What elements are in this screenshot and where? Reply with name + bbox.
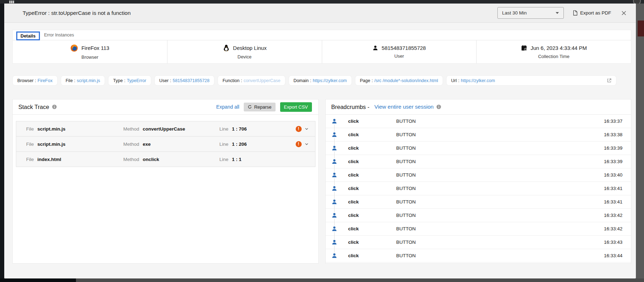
line-label: Line [219,142,229,147]
chip-label: Url [451,78,457,83]
info-icon[interactable] [436,104,441,109]
breadcrumb-event-row[interactable]: click BUTTON 16:33:42 [326,222,631,236]
background-strip-left [0,4,4,278]
summary-value: 581548371855728 [382,45,426,51]
external-link-icon[interactable] [607,78,612,83]
modal-header: TypeError : str.toUpperCase is not a fun… [4,4,636,23]
frame-method: exe [143,142,151,147]
breadcrumb-event-row[interactable]: click BUTTON 16:33:39 [326,155,631,168]
line-label: Line [219,126,229,132]
chip-label: Domain [294,78,309,83]
event-target: BUTTON [396,186,604,191]
breadcrumb-event-row[interactable]: click BUTTON 16:33:39 [326,142,631,155]
calendar-clock-icon [521,45,527,51]
export-csv-button[interactable]: Export CSV [280,102,312,112]
chevron-down-icon[interactable] [305,127,309,131]
event-target: BUTTON [396,132,604,137]
breadcrumb-event-row[interactable]: click BUTTON 16:33:38 [326,128,631,142]
stack-trace-header: Stack Trace Expand all Reparse [13,99,318,115]
stack-frame-row[interactable]: Filescript.min.js MethodconvertUpperCase… [16,121,315,137]
breadcrumb-event-row[interactable]: click BUTTON 16:33:37 [326,115,631,128]
chip-label: Function [223,78,240,83]
user-icon [331,132,348,138]
stack-frame-row[interactable]: Filescript.min.js Methodexe Line1 : 206 … [16,136,315,152]
chip-value[interactable]: script.min.js [77,78,100,83]
method-label: Method [123,126,139,132]
event-target: BUTTON [396,199,604,205]
chevron-down-icon[interactable] [305,142,309,146]
chip-label: File [66,78,73,83]
export-pdf-label: Export as PDF [580,10,611,16]
line-label: Line [219,157,229,162]
chip-value[interactable]: FireFox [37,78,52,83]
error-detail-modal: TypeError : str.toUpperCase is not a fun… [4,4,636,278]
chip-browser: Browser : FireFox [12,75,58,86]
info-icon[interactable] [52,104,57,109]
frame-method: onclick [143,157,159,162]
breadcrumb-event-row[interactable]: click BUTTON 16:33:41 [326,195,631,209]
user-icon [331,226,348,232]
file-label: File [26,142,34,147]
event-time: 16:33:41 [604,186,622,191]
chip-label: Type [113,78,123,83]
event-action: click [348,172,396,178]
event-time: 16:33:42 [604,213,622,218]
chip-value[interactable]: /src /module*-solution/index.html [374,78,438,83]
modal-body: Details Error Instances FireFox 113 Brow… [4,23,636,278]
event-action: click [348,132,396,137]
chip-value[interactable]: https://zylker.com [461,78,495,83]
breadcrumb-event-row[interactable]: click BUTTON 16:33:42 [326,209,631,222]
event-action: click [348,186,396,191]
time-range-value: Last 30 Min [502,10,527,16]
event-target: BUTTON [396,240,604,245]
breadcrumb-event-row[interactable]: click BUTTON 16:33:44 [326,249,631,263]
chip-user: User : 581548371855728 [154,75,214,86]
chip-label: Page [360,78,370,83]
method-label: Method [123,157,139,162]
user-icon [331,239,348,245]
frame-file: script.min.js [37,126,66,132]
frame-file: index.html [37,157,61,162]
breadcrumb-event-row[interactable]: click BUTTON 16:33:40 [326,168,631,182]
user-icon [331,145,348,151]
event-time: 16:33:40 [604,172,622,178]
export-pdf-button[interactable]: Export as PDF [573,10,611,16]
chevron-down-icon [555,12,559,15]
breadcrumb-event-row[interactable]: click BUTTON 16:33:43 [326,236,631,249]
breadcrumb-event-row[interactable]: click BUTTON 16:33:41 [326,182,631,195]
file-label: File [26,126,34,132]
summary-browser: FireFox 113 Browser [13,40,167,63]
stack-frame-row[interactable]: Fileindex.html Methodonclick Line1 : 1 [16,151,315,167]
background-accent [638,21,644,36]
error-title: TypeError : str.toUpperCase is not a fun… [23,10,131,16]
chip-value[interactable]: convertUpperCase [243,78,280,83]
summary-device: Desktop Linux Device [167,40,322,63]
summary-row: FireFox 113 Browser Desktop Linux Device… [13,40,631,63]
user-icon [331,172,348,178]
event-action: click [348,253,396,258]
chip-value[interactable]: 581548371855728 [173,78,209,83]
summary-label: User [394,53,404,59]
time-range-dropdown[interactable]: Last 30 Min [497,7,564,19]
user-icon [331,159,348,165]
chip-label: User [159,78,169,83]
chip-value[interactable]: TypeError [127,78,146,83]
tabs-row: Details Error Instances [13,30,631,40]
event-action: click [348,159,396,164]
tab-details[interactable]: Details [16,31,40,40]
chip-value[interactable]: https://zylker.com [313,78,347,83]
user-icon [331,253,348,259]
method-label: Method [123,142,139,147]
close-icon[interactable] [620,10,627,17]
user-icon [331,199,348,205]
view-session-link[interactable]: View entire user session [374,104,434,110]
breadcrumb-events-list: click BUTTON 16:33:37 click BUTTON 16:33… [326,115,631,263]
summary-label: Browser [82,54,99,60]
event-target: BUTTON [396,253,604,258]
pdf-document-icon [573,10,578,16]
reparse-button[interactable]: Reparse [244,103,275,111]
event-action: click [348,145,396,151]
event-target: BUTTON [396,159,604,164]
expand-all-link[interactable]: Expand all [216,104,239,110]
tab-error-instances[interactable]: Error Instances [40,32,78,38]
